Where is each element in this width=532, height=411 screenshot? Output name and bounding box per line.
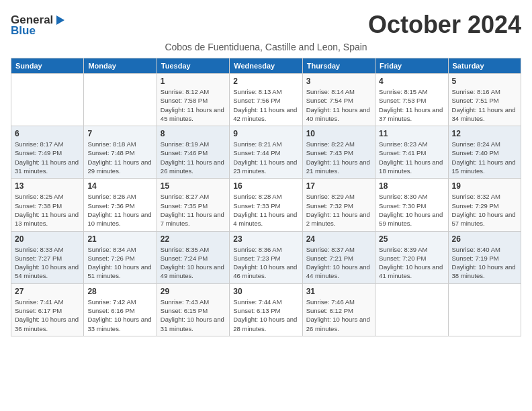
calendar-cell: 31Sunrise: 7:46 AMSunset: 6:12 PMDayligh… xyxy=(302,283,375,336)
day-number: 19 xyxy=(452,181,517,191)
day-number: 22 xyxy=(161,234,226,244)
logo: General Blue xyxy=(11,13,66,38)
calendar-cell: 15Sunrise: 8:27 AMSunset: 7:35 PMDayligh… xyxy=(157,179,229,231)
logo-arrow-icon xyxy=(54,14,66,26)
calendar-cell: 2Sunrise: 8:13 AMSunset: 7:56 PMDaylight… xyxy=(230,74,302,126)
day-info: Sunrise: 8:14 AMSunset: 7:54 PMDaylight:… xyxy=(306,87,371,123)
col-header-wednesday: Wednesday xyxy=(230,58,302,74)
day-info: Sunrise: 8:32 AMSunset: 7:29 PMDaylight:… xyxy=(452,192,517,228)
day-number: 25 xyxy=(379,234,444,244)
day-info: Sunrise: 8:27 AMSunset: 7:35 PMDaylight:… xyxy=(161,192,226,228)
calendar-cell xyxy=(11,74,84,126)
day-number: 9 xyxy=(233,129,298,138)
day-number: 15 xyxy=(161,181,226,191)
day-info: Sunrise: 8:35 AMSunset: 7:24 PMDaylight:… xyxy=(161,245,226,281)
day-info: Sunrise: 8:16 AMSunset: 7:51 PMDaylight:… xyxy=(452,87,517,123)
calendar-header-row: SundayMondayTuesdayWednesdayThursdayFrid… xyxy=(11,58,521,74)
day-number: 30 xyxy=(233,287,298,296)
calendar-cell: 20Sunrise: 8:33 AMSunset: 7:27 PMDayligh… xyxy=(11,231,84,283)
calendar-cell: 5Sunrise: 8:16 AMSunset: 7:51 PMDaylight… xyxy=(448,74,521,126)
day-number: 5 xyxy=(452,77,517,86)
calendar-cell: 9Sunrise: 8:21 AMSunset: 7:44 PMDaylight… xyxy=(230,126,302,179)
day-info: Sunrise: 8:34 AMSunset: 7:26 PMDaylight:… xyxy=(87,245,152,281)
day-info: Sunrise: 7:41 AMSunset: 6:17 PMDaylight:… xyxy=(15,298,80,333)
day-number: 31 xyxy=(306,287,371,296)
calendar-cell: 18Sunrise: 8:30 AMSunset: 7:30 PMDayligh… xyxy=(375,179,448,231)
day-number: 4 xyxy=(379,77,444,86)
day-info: Sunrise: 8:30 AMSunset: 7:30 PMDaylight:… xyxy=(379,192,444,228)
calendar-cell: 16Sunrise: 8:28 AMSunset: 7:33 PMDayligh… xyxy=(230,179,302,231)
day-number: 2 xyxy=(233,77,298,86)
calendar-cell: 13Sunrise: 8:25 AMSunset: 7:38 PMDayligh… xyxy=(11,179,84,231)
calendar-cell: 22Sunrise: 8:35 AMSunset: 7:24 PMDayligh… xyxy=(157,231,229,283)
calendar-cell: 12Sunrise: 8:24 AMSunset: 7:40 PMDayligh… xyxy=(448,126,521,179)
day-info: Sunrise: 7:42 AMSunset: 6:16 PMDaylight:… xyxy=(87,298,152,333)
day-info: Sunrise: 8:21 AMSunset: 7:44 PMDaylight:… xyxy=(233,140,298,175)
calendar-cell: 4Sunrise: 8:15 AMSunset: 7:53 PMDaylight… xyxy=(375,74,448,126)
calendar-cell xyxy=(448,283,521,336)
day-info: Sunrise: 7:44 AMSunset: 6:13 PMDaylight:… xyxy=(233,298,298,333)
day-number: 12 xyxy=(452,129,517,138)
calendar-cell: 21Sunrise: 8:34 AMSunset: 7:26 PMDayligh… xyxy=(84,231,157,283)
calendar-cell: 27Sunrise: 7:41 AMSunset: 6:17 PMDayligh… xyxy=(11,283,84,336)
calendar-cell: 19Sunrise: 8:32 AMSunset: 7:29 PMDayligh… xyxy=(448,179,521,231)
calendar-cell: 17Sunrise: 8:29 AMSunset: 7:32 PMDayligh… xyxy=(302,179,375,231)
svg-marker-0 xyxy=(56,15,64,25)
day-info: Sunrise: 8:15 AMSunset: 7:53 PMDaylight:… xyxy=(379,87,444,123)
col-header-thursday: Thursday xyxy=(302,58,375,74)
calendar-week-5: 27Sunrise: 7:41 AMSunset: 6:17 PMDayligh… xyxy=(11,283,521,336)
day-number: 14 xyxy=(87,181,152,191)
calendar-cell: 11Sunrise: 8:23 AMSunset: 7:41 PMDayligh… xyxy=(375,126,448,179)
logo-blue-text: Blue xyxy=(11,24,36,38)
day-info: Sunrise: 8:28 AMSunset: 7:33 PMDaylight:… xyxy=(233,192,298,228)
calendar-cell: 28Sunrise: 7:42 AMSunset: 6:16 PMDayligh… xyxy=(84,283,157,336)
calendar-table: SundayMondayTuesdayWednesdayThursdayFrid… xyxy=(11,58,521,336)
day-number: 10 xyxy=(306,129,371,138)
calendar-cell: 1Sunrise: 8:12 AMSunset: 7:58 PMDaylight… xyxy=(157,74,229,126)
day-number: 21 xyxy=(87,234,152,244)
col-header-saturday: Saturday xyxy=(448,58,521,74)
calendar-cell: 10Sunrise: 8:22 AMSunset: 7:43 PMDayligh… xyxy=(302,126,375,179)
calendar-cell: 3Sunrise: 8:14 AMSunset: 7:54 PMDaylight… xyxy=(302,74,375,126)
day-number: 23 xyxy=(233,234,298,244)
day-number: 11 xyxy=(379,129,444,138)
calendar-week-2: 6Sunrise: 8:17 AMSunset: 7:49 PMDaylight… xyxy=(11,126,521,179)
calendar-cell: 25Sunrise: 8:39 AMSunset: 7:20 PMDayligh… xyxy=(375,231,448,283)
calendar-cell: 26Sunrise: 8:40 AMSunset: 7:19 PMDayligh… xyxy=(448,231,521,283)
calendar-week-4: 20Sunrise: 8:33 AMSunset: 7:27 PMDayligh… xyxy=(11,231,521,283)
day-info: Sunrise: 8:25 AMSunset: 7:38 PMDaylight:… xyxy=(15,192,80,228)
page-header: General Blue October 2024 xyxy=(11,11,521,39)
day-info: Sunrise: 8:17 AMSunset: 7:49 PMDaylight:… xyxy=(15,140,80,175)
day-number: 3 xyxy=(306,77,371,86)
calendar-cell: 29Sunrise: 7:43 AMSunset: 6:15 PMDayligh… xyxy=(157,283,229,336)
day-info: Sunrise: 7:46 AMSunset: 6:12 PMDaylight:… xyxy=(306,298,371,333)
day-info: Sunrise: 8:29 AMSunset: 7:32 PMDaylight:… xyxy=(306,192,371,228)
day-info: Sunrise: 8:33 AMSunset: 7:27 PMDaylight:… xyxy=(15,245,80,281)
day-info: Sunrise: 8:36 AMSunset: 7:23 PMDaylight:… xyxy=(233,245,298,281)
calendar-week-1: 1Sunrise: 8:12 AMSunset: 7:58 PMDaylight… xyxy=(11,74,521,126)
day-info: Sunrise: 8:26 AMSunset: 7:36 PMDaylight:… xyxy=(87,192,152,228)
day-info: Sunrise: 7:43 AMSunset: 6:15 PMDaylight:… xyxy=(161,298,226,333)
day-number: 26 xyxy=(452,234,517,244)
calendar-cell: 23Sunrise: 8:36 AMSunset: 7:23 PMDayligh… xyxy=(230,231,302,283)
day-number: 16 xyxy=(233,181,298,191)
calendar-cell xyxy=(375,283,448,336)
location-subtitle: Cobos de Fuentiduena, Castille and Leon,… xyxy=(11,42,521,52)
calendar-body: 1Sunrise: 8:12 AMSunset: 7:58 PMDaylight… xyxy=(11,74,521,336)
col-header-sunday: Sunday xyxy=(11,58,84,74)
day-info: Sunrise: 8:22 AMSunset: 7:43 PMDaylight:… xyxy=(306,140,371,175)
day-number: 7 xyxy=(87,129,152,138)
col-header-friday: Friday xyxy=(375,58,448,74)
calendar-cell: 24Sunrise: 8:37 AMSunset: 7:21 PMDayligh… xyxy=(302,231,375,283)
calendar-cell: 14Sunrise: 8:26 AMSunset: 7:36 PMDayligh… xyxy=(84,179,157,231)
day-info: Sunrise: 8:40 AMSunset: 7:19 PMDaylight:… xyxy=(452,245,517,281)
day-number: 18 xyxy=(379,181,444,191)
day-info: Sunrise: 8:18 AMSunset: 7:48 PMDaylight:… xyxy=(87,140,152,175)
day-number: 6 xyxy=(15,129,80,138)
day-number: 27 xyxy=(15,287,80,296)
day-info: Sunrise: 8:13 AMSunset: 7:56 PMDaylight:… xyxy=(233,87,298,123)
day-info: Sunrise: 8:24 AMSunset: 7:40 PMDaylight:… xyxy=(452,140,517,175)
day-info: Sunrise: 8:39 AMSunset: 7:20 PMDaylight:… xyxy=(379,245,444,281)
calendar-cell: 6Sunrise: 8:17 AMSunset: 7:49 PMDaylight… xyxy=(11,126,84,179)
day-number: 28 xyxy=(87,287,152,296)
